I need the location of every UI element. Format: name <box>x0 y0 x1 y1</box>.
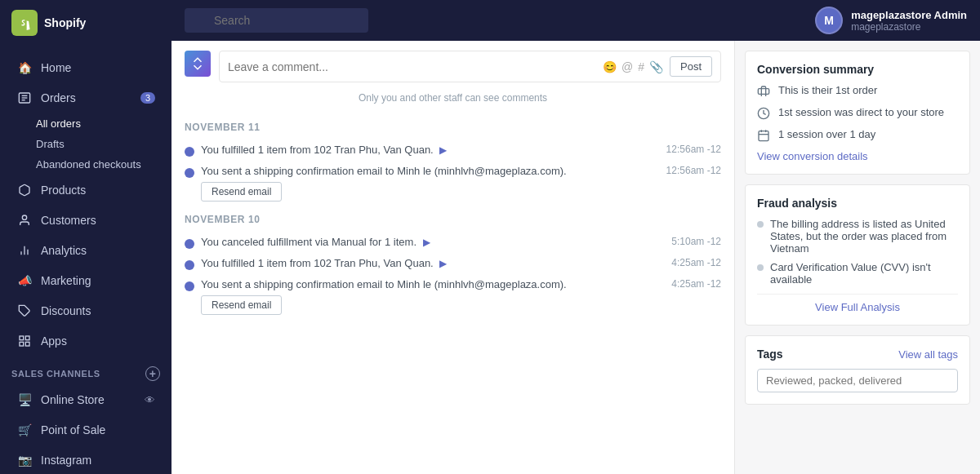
tags-input[interactable] <box>757 369 958 392</box>
event-dot <box>185 168 194 178</box>
instagram-icon: 📷 <box>16 452 33 468</box>
view-all-tags-link[interactable]: View all tags <box>898 348 958 361</box>
svg-point-4 <box>22 215 26 219</box>
sidebar-item-analytics[interactable]: Analytics <box>5 236 167 265</box>
sidebar-item-apps[interactable]: Apps <box>5 326 167 356</box>
orders-icon <box>16 90 33 106</box>
sidebar-item-instagram[interactable]: 📷 Instagram <box>5 445 167 474</box>
fraud-analysis-card: Fraud analysis The billing address is li… <box>745 184 970 326</box>
pos-icon: 🛒 <box>16 422 33 438</box>
fraud-item-1: The billing address is listed as United … <box>757 218 958 255</box>
post-button[interactable]: Post <box>670 56 712 77</box>
subnav-abandoned[interactable]: Abandoned checkouts <box>36 154 172 175</box>
sidebar-item-marketing-label: Marketing <box>41 274 91 287</box>
timeline-event-1: You fulfilled 1 item from 102 Tran Phu, … <box>185 140 721 161</box>
orders-subnav: All orders Drafts Abandoned checkouts <box>0 113 172 175</box>
conversion-text-3: 1 session over 1 day <box>778 128 875 140</box>
expand-arrow-icon[interactable]: ▶ <box>423 237 430 248</box>
attachment-icon[interactable]: 📎 <box>649 60 663 73</box>
view-full-analysis-link[interactable]: View Full Analysis <box>757 294 958 313</box>
store-name-label: Shopify <box>44 16 86 29</box>
tags-title: Tags <box>757 348 783 361</box>
view-conversion-link[interactable]: View conversion details <box>757 150 958 162</box>
sidebar-item-home[interactable]: 🏠 Home <box>5 53 167 82</box>
comment-note: Only you and other staff can see comment… <box>185 89 721 113</box>
conversion-text-2: 1st session was direct to your store <box>778 106 944 118</box>
admin-store: mageplazastore <box>851 21 967 33</box>
sidebar-item-marketing[interactable]: 📣 Marketing <box>5 266 167 295</box>
topbar: 🔍 M mageplazastore Admin mageplazastore <box>172 0 980 41</box>
svg-rect-9 <box>20 336 24 340</box>
timeline-section-nov10: NOVEMBER 10 You canceled fulfillment via… <box>185 206 721 319</box>
hashtag-icon[interactable]: # <box>638 60 644 73</box>
search-wrapper: 🔍 <box>185 8 756 33</box>
apps-icon <box>16 333 33 349</box>
sidebar-item-discounts[interactable]: Discounts <box>5 296 167 326</box>
event-dot <box>185 147 194 157</box>
fraud-analysis-title: Fraud analysis <box>757 197 958 210</box>
timeline-section-nov11: NOVEMBER 11 You fulfilled 1 item from 10… <box>185 113 721 206</box>
timeline-event-2: You sent a shipping confirmation email t… <box>185 161 721 206</box>
sidebar-item-customers[interactable]: Customers <box>5 206 167 235</box>
sidebar: Shopify 🏠 Home Orders 3 All orders Draft <box>0 0 172 474</box>
event-dot <box>185 260 194 270</box>
timeline-event-3: You canceled fulfillment via Manual for … <box>185 232 721 253</box>
event-text-3: You canceled fulfillment via Manual for … <box>201 236 671 248</box>
sidebar-item-online-store[interactable]: 🖥️ Online Store 👁 <box>5 385 167 414</box>
session-icon <box>757 107 772 122</box>
admin-name: mageplazastore Admin <box>851 9 967 21</box>
orders-badge: 3 <box>140 92 155 104</box>
add-sales-channel-button[interactable]: + <box>145 366 160 381</box>
mention-icon[interactable]: @ <box>621 60 633 73</box>
event-text-2: You sent a shipping confirmation email t… <box>201 165 666 177</box>
comment-box: 😊 @ # 📎 Post <box>185 41 721 89</box>
event-dot <box>185 281 194 291</box>
products-icon <box>16 182 33 198</box>
sidebar-header: Shopify <box>0 0 172 46</box>
sidebar-nav: 🏠 Home Orders 3 All orders Drafts Abando… <box>0 46 172 474</box>
sidebar-item-point-of-sale[interactable]: 🛒 Point of Sale <box>5 415 167 445</box>
tags-card: Tags View all tags <box>745 335 970 405</box>
expand-arrow-icon[interactable]: ▶ <box>439 258 447 269</box>
svg-rect-12 <box>20 342 24 346</box>
subnav-all-orders[interactable]: All orders <box>36 113 172 134</box>
event-time-1: 12:56am -12 <box>666 144 721 155</box>
user-avatar <box>185 51 211 77</box>
subnav-drafts[interactable]: Drafts <box>36 134 172 154</box>
calendar-icon <box>757 129 772 144</box>
resend-email-button-1[interactable]: Resend email <box>201 182 282 202</box>
shopify-logo-icon <box>11 10 38 36</box>
avatar: M <box>815 7 843 34</box>
home-icon: 🏠 <box>16 60 33 76</box>
sidebar-item-products[interactable]: Products <box>5 175 167 205</box>
expand-arrow-icon[interactable]: ▶ <box>439 144 447 156</box>
conversion-summary-title: Conversion summary <box>757 63 958 76</box>
fraud-text-1: The billing address is listed as United … <box>770 218 958 255</box>
sidebar-item-orders[interactable]: Orders 3 <box>5 83 167 113</box>
customers-icon <box>16 212 33 228</box>
comment-input[interactable] <box>228 60 596 73</box>
marketing-icon: 📣 <box>16 272 33 289</box>
online-store-visibility-icon: 👁 <box>145 394 155 406</box>
event-time-3: 5:10am -12 <box>671 236 721 247</box>
conversion-item-1: This is their 1st order <box>757 84 958 100</box>
svg-rect-14 <box>759 131 768 141</box>
emoji-icon[interactable]: 😊 <box>603 60 617 73</box>
admin-area: M mageplazastore Admin mageplazastore <box>815 7 967 34</box>
sidebar-item-apps-label: Apps <box>41 334 67 348</box>
fraud-dot-icon <box>757 264 764 271</box>
date-label-nov10: NOVEMBER 10 <box>185 206 721 232</box>
sidebar-item-customers-label: Customers <box>41 214 96 227</box>
event-text-4: You fulfilled 1 item from 102 Tran Phu, … <box>201 257 671 269</box>
first-order-icon <box>757 85 772 100</box>
event-time-2: 12:56am -12 <box>666 165 721 176</box>
search-input[interactable] <box>185 8 368 33</box>
sidebar-item-discounts-label: Discounts <box>41 304 91 317</box>
online-store-icon: 🖥️ <box>16 392 33 408</box>
main-content: 🔍 M mageplazastore Admin mageplazastore <box>172 0 980 474</box>
fraud-item-2: Card Verification Value (CVV) isn't avai… <box>757 261 958 286</box>
resend-email-button-2[interactable]: Resend email <box>201 295 282 315</box>
fraud-text-2: Card Verification Value (CVV) isn't avai… <box>770 261 958 286</box>
sidebar-item-products-label: Products <box>41 184 86 197</box>
sidebar-item-home-label: Home <box>41 61 71 74</box>
